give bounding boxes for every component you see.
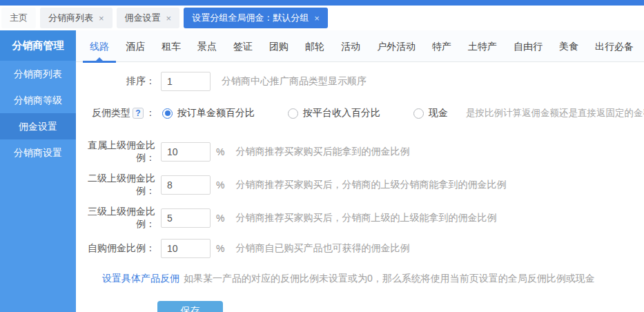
category-tab[interactable]: 团购 [268,30,290,62]
commission-rate-row: 直属上级佣金比例：%分销商推荐买家购买后能拿到的佣金比例 [76,139,644,164]
rebate-type-radio-group: 按订单金额百分比按平台收入百分比现金 [162,107,448,119]
tab-label: 主页 [10,12,28,24]
product-rebate-row: 设置具体产品反佣 如果某一产品的对应的反佣比例未设置或为0，那么系统将使用当前页… [76,269,644,289]
rate-input[interactable] [161,239,211,258]
tab-close-icon[interactable]: × [166,14,172,23]
category-nav: 线路酒店租车景点签证团购邮轮活动户外活动特产土特产自由行美食出行必备出游 [76,30,644,62]
rebate-type-label: 反佣类型 [92,107,130,119]
percent-unit: % [216,179,224,191]
rebate-radio-option[interactable]: 现金 [413,107,448,119]
percent-unit: % [216,243,224,254]
sidebar-item-active[interactable]: 佣金设置 [0,113,76,139]
rate-label: 三级上级佣金比例： [76,206,155,231]
sidebar-item[interactable]: 分销商设置 [0,139,76,166]
set-product-rebate-link[interactable]: 设置具体产品反佣 [102,273,179,285]
radio-unselected-icon [288,108,298,119]
category-tab[interactable]: 活动 [340,30,362,62]
percent-unit: % [216,213,224,224]
tab-item[interactable]: 分销商列表× [40,8,113,28]
category-tab[interactable]: 景点 [196,30,218,62]
rate-label: 自购佣金比例： [76,242,155,255]
rebate-radio-option[interactable]: 按平台收入百分比 [288,107,380,119]
category-tab[interactable]: 签证 [232,30,254,62]
main-layout: 分销商管理 分销商列表分销商等级佣金设置分销商设置 线路酒店租车景点签证团购邮轮… [0,30,644,312]
sidebar: 分销商管理 分销商列表分销商等级佣金设置分销商设置 [0,30,76,312]
sidebar-items: 分销商列表分销商等级佣金设置分销商设置 [0,61,76,166]
rate-help: 分销商推荐买家购买后，分销商的上级分销商能拿到的佣金比例 [235,179,506,191]
commission-rate-row: 三级上级佣金比例：%分销商推荐买家购买后，分销商上级的上级能拿到的佣金比例 [76,206,644,231]
question-mark-icon[interactable]: ? [133,108,144,119]
tab-label: 分销商列表 [48,12,93,24]
sidebar-header: 分销商管理 [0,30,76,61]
sidebar-item[interactable]: 分销商等级 [0,87,76,113]
tab-item[interactable]: 佣金设置× [117,8,180,28]
commission-rate-row: 自购佣金比例：%分销商自已购买产品也可获得的佣金比例 [76,239,644,258]
radio-option-label: 按平台收入百分比 [303,107,380,119]
category-tab[interactable]: 酒店 [124,30,146,62]
tab-item[interactable]: 设置分组全局佣金：默认分组× [184,8,328,28]
rate-label: 二级上级佣金比例： [76,173,155,197]
rebate-type-colon: ： [146,107,155,119]
product-rebate-note: 如果某一产品的对应的反佣比例未设置或为0，那么系统将使用当前页设置的全局反佣比例… [184,273,595,285]
rate-input[interactable] [161,175,211,195]
tab-close-icon[interactable]: × [314,14,320,23]
tab-label: 佣金设置 [125,12,161,24]
tab-label: 设置分组全局佣金：默认分组 [192,12,309,24]
content-panel: 线路酒店租车景点签证团购邮轮活动户外活动特产土特产自由行美食出行必备出游 排序：… [76,30,644,312]
category-tab[interactable]: 特产 [431,30,453,62]
category-tab[interactable]: 租车 [160,30,182,62]
tab-bar: 主页分销商列表×佣金设置×设置分组全局佣金：默认分组× [0,6,644,30]
radio-option-label: 现金 [429,107,448,119]
radio-option-label: 按订单金额百分比 [177,107,255,119]
category-tab[interactable]: 美食 [558,30,580,62]
commission-form: 排序： 分销商中心推广商品类型显示顺序 反佣类型 ? ： 按订单金额百分比按平台… [76,62,644,312]
rate-rows: 直属上级佣金比例：%分销商推荐买家购买后能拿到的佣金比例二级上级佣金比例：%分销… [76,139,644,258]
save-button[interactable]: 保存 [157,301,223,312]
commission-rate-row: 二级上级佣金比例：%分销商推荐买家购买后，分销商的上级分销商能拿到的佣金比例 [76,173,644,197]
sort-label: 排序： [76,75,155,88]
sort-help: 分销商中心推广商品类型显示顺序 [222,75,367,88]
category-tab[interactable]: 出行必备 [594,30,635,62]
rebate-type-row: 反佣类型 ? ： 按订单金额百分比按平台收入百分比现金 是按比例计算返佣金额还是… [76,104,644,123]
sort-row: 排序： 分销商中心推广商品类型显示顺序 [76,72,644,91]
top-title-strip [0,0,644,6]
sort-input[interactable] [161,72,211,91]
rate-help: 分销商推荐买家购买后，分销商上级的上级能拿到的佣金比例 [235,212,496,224]
rate-input[interactable] [161,142,211,162]
rate-help: 分销商自已购买产品也可获得的佣金比例 [235,242,409,255]
rate-input[interactable] [161,208,211,228]
rate-label: 直属上级佣金比例： [76,139,155,164]
app-window: 主页分销商列表×佣金设置×设置分组全局佣金：默认分组× 分销商管理 分销商列表分… [0,0,644,312]
percent-unit: % [216,146,224,157]
category-tab[interactable]: 户外活动 [375,30,417,62]
category-tab[interactable]: 线路 [88,30,110,62]
rebate-type-help: 是按比例计算返佣金额还是直接返固定的金额 [466,107,644,119]
radio-unselected-icon [413,108,424,119]
sidebar-item[interactable]: 分销商列表 [0,61,76,87]
category-tab[interactable]: 土特产 [467,30,498,62]
rebate-radio-option[interactable]: 按订单金额百分比 [162,107,255,119]
category-tab[interactable]: 邮轮 [304,30,326,62]
category-tab[interactable]: 自由行 [512,30,544,62]
tab-home[interactable]: 主页 [1,8,36,28]
radio-selected-icon [162,108,173,119]
tab-close-icon[interactable]: × [99,14,104,23]
rate-help: 分销商推荐买家购买后能拿到的佣金比例 [235,146,409,158]
